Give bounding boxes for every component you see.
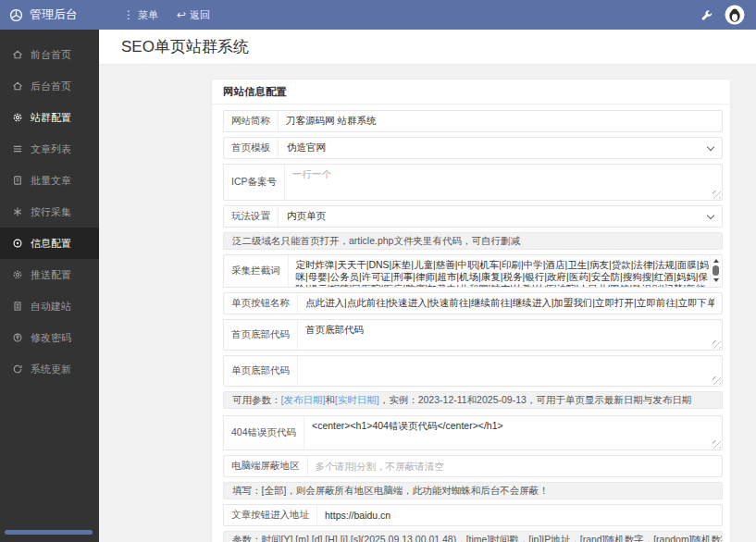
collect-icon [12, 206, 23, 217]
chevron-down-icon [707, 211, 714, 218]
home-icon [12, 80, 23, 92]
form-row-block-words: 采集拦截词 定时炸弹|天天干|DNS|床垫|儿童|慈善|中职|机车|印刷|中学|… [223, 254, 723, 288]
building-icon [12, 301, 23, 312]
sidebar: 前台首页 后台首页 站群配置 文章列表 批量文章 按行采集 信息配置 推送配置 … [0, 30, 99, 542]
return-arrow-icon: ↩ [177, 9, 186, 20]
pc-block-region-input[interactable] [308, 456, 723, 476]
refresh-icon [12, 363, 23, 375]
sidebar-item-system-update[interactable]: 系统更新 [0, 353, 99, 385]
menu-button[interactable]: ⋮ 菜单 [123, 8, 158, 22]
button-names-input[interactable] [298, 293, 722, 314]
pc-block-note: 填写：[全部]，则会屏蔽所有地区电脑端，此功能对蜘蛛和后台不会屏蔽！ [223, 482, 723, 499]
resize-handle-icon[interactable] [713, 376, 721, 385]
panel-body: 网站简称 首页模板 伪造官网 ICP备案号 [212, 105, 730, 542]
url-params-note: 参数：时间[Y],[m],[d],[H],[i],[s](2025,09,13,… [223, 531, 723, 542]
play-mode-select[interactable]: 内页单页 [279, 206, 722, 227]
list-icon [12, 143, 23, 154]
sidebar-item-change-password[interactable]: 修改密码 [0, 322, 99, 353]
brand-label: 管理后台 [30, 6, 78, 23]
block-words-label: 采集拦截词 [224, 255, 289, 287]
form-row-home-footer-code: 首页底部代码 首页底部代码 [223, 319, 723, 351]
main-content: SEO单页站群系统 网站信息配置 网站简称 首页模板 伪造官网 [99, 30, 756, 542]
back-button[interactable]: ↩ 返回 [177, 8, 210, 22]
topbar-menu: ⋮ 菜单 ↩ 返回 [123, 8, 210, 22]
topbar: 管理后台 ⋮ 菜单 ↩ 返回 [0, 0, 756, 30]
play-mode-note: 泛二级域名只能首页打开，article.php文件夹里有代码，可自行删减 [223, 232, 723, 250]
wrench-icon[interactable] [700, 9, 713, 21]
gear-icon [12, 112, 23, 123]
resize-handle-icon[interactable] [713, 191, 721, 199]
sidebar-item-line-collect[interactable]: 按行采集 [0, 196, 99, 228]
page-title: SEO单页站群系统 [121, 36, 249, 57]
site-name-input[interactable] [279, 111, 722, 131]
sidebar-item-push-config[interactable]: 推送配置 [0, 259, 99, 290]
resize-handle-icon[interactable] [713, 340, 721, 349]
sidebar-item-auto-build[interactable]: 自动建站 [0, 290, 99, 322]
form-row-404-code: 404错误页代码 <center><h1>404错误页代码</center></… [223, 415, 723, 450]
sidebar-item-front-home[interactable]: 前台首页 [0, 39, 99, 70]
article-button-url-label: 文章按钮进入地址 [224, 505, 317, 525]
form-row-button-names: 单页按钮名称 [223, 292, 723, 314]
form-row-site-name: 网站简称 [223, 110, 723, 132]
chevron-down-icon [707, 142, 714, 150]
form-row-article-button-url: 文章按钮进入地址 [223, 504, 723, 526]
resize-handle-icon[interactable] [713, 440, 721, 449]
panel-title: 网站信息配置 [212, 80, 730, 105]
article-button-url-input[interactable] [317, 505, 722, 525]
page-header: SEO单页站群系统 [99, 30, 756, 65]
sidebar-item-admin-home[interactable]: 后台首页 [0, 70, 99, 102]
form-row-play-mode: 玩法设置 内页单页 [223, 205, 723, 228]
error-404-textarea[interactable]: <center><h1>404错误页代码</center></h1> [304, 416, 722, 450]
sidebar-item-info-config[interactable]: 信息配置 [0, 228, 99, 259]
vertical-dots-icon: ⋮ [123, 9, 134, 20]
scroll-down-icon[interactable] [713, 278, 719, 282]
form-row-icp: ICP备案号 [223, 164, 723, 201]
error-404-label: 404错误页代码 [224, 416, 304, 450]
realtime-date-param: [实时日期] [335, 394, 379, 405]
home-footer-code-textarea[interactable]: 首页底部代码 [298, 320, 722, 350]
block-words-textarea[interactable]: 定时炸弹|天天干|DNS|床垫|儿童|慈善|中职|机车|印刷|中学|酒店|卫生|… [289, 255, 723, 287]
files-icon [12, 175, 23, 186]
form-row-pc-block-region: 电脑端屏蔽地区 [223, 455, 723, 477]
button-names-label: 单页按钮名称 [224, 293, 298, 314]
dot-circle-icon [12, 238, 23, 249]
home-icon [12, 49, 23, 60]
home-template-label: 首页模板 [224, 138, 279, 158]
content-area: 网站信息配置 网站简称 首页模板 伪造官网 ICP备案号 [99, 65, 756, 542]
key-icon [12, 332, 23, 343]
gear-icon [12, 269, 23, 280]
pc-block-region-label: 电脑端屏蔽地区 [224, 456, 308, 476]
site-info-panel: 网站信息配置 网站简称 首页模板 伪造官网 ICP备案号 [211, 79, 731, 542]
site-name-label: 网站简称 [224, 111, 279, 131]
publish-date-param: [发布日期] [281, 394, 326, 405]
topbar-right [700, 5, 756, 25]
icp-label: ICP备案号 [224, 165, 285, 200]
icp-textarea[interactable] [285, 165, 722, 200]
app-brand[interactable]: 管理后台 [0, 6, 99, 23]
home-footer-code-label: 首页底部代码 [224, 320, 298, 350]
sidebar-item-batch-articles[interactable]: 批量文章 [0, 165, 99, 196]
date-params-note: 可用参数：[发布日期]和[实时日期]，实例：2023-12-11和2025-09… [223, 391, 723, 409]
page-footer-code-label: 单页底部代码 [224, 356, 298, 386]
scroll-up-icon[interactable] [713, 259, 719, 263]
sidebar-scroll-indicator[interactable] [5, 530, 93, 535]
home-template-select[interactable]: 伪造官网 [279, 138, 722, 158]
page-footer-code-textarea[interactable] [298, 356, 722, 386]
sidebar-item-site-group-config[interactable]: 站群配置 [0, 102, 99, 133]
sidebar-item-article-list[interactable]: 文章列表 [0, 133, 99, 165]
brand-fan-icon [9, 8, 23, 22]
textarea-scrollbar[interactable] [710, 256, 721, 286]
avatar-penguin-icon[interactable] [725, 5, 745, 25]
scroll-thumb[interactable] [713, 265, 719, 276]
play-mode-label: 玩法设置 [224, 206, 279, 227]
form-row-home-template: 首页模板 伪造官网 [223, 137, 723, 159]
form-row-page-footer-code: 单页底部代码 [223, 355, 723, 387]
